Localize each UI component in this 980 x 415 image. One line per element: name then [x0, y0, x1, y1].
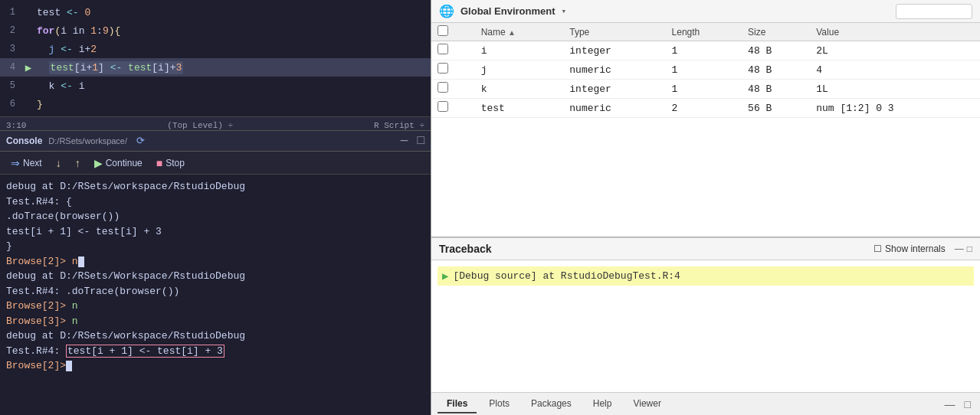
env-cell-4: 48 B: [742, 41, 810, 60]
env-col-header-0: [431, 23, 475, 41]
show-internals-checkbox-icon: ☐: [873, 243, 882, 254]
env-row-i: iinteger148 B2L: [431, 41, 980, 60]
env-cell-1: i: [475, 41, 564, 60]
editor-statusbar: 3:10 (Top Level) ÷ R Script ÷: [0, 116, 431, 130]
env-search-input[interactable]: [896, 4, 972, 19]
line-number: 3: [0, 44, 21, 54]
env-cell-5: 4: [810, 60, 980, 80]
env-cell-4: 56 B: [742, 99, 810, 118]
env-col-header-1[interactable]: Name ▲: [475, 23, 564, 41]
env-cell-2: numeric: [563, 99, 665, 118]
tabs-minimize-btn[interactable]: —: [942, 397, 959, 412]
line-content: for(i in 1:9){: [35, 25, 431, 37]
traceback-minimize-icon[interactable]: —: [955, 243, 964, 254]
line-number: 5: [0, 80, 21, 91]
line-number: 4: [0, 62, 21, 73]
env-cell-1: k: [475, 80, 564, 99]
env-checkbox-cell: [431, 99, 475, 118]
step-into-button[interactable]: ↓: [51, 155, 66, 171]
line-number: 6: [0, 99, 21, 109]
code-editor: 1test <- 02for(i in 1:9){3 j <- i+24▶ te…: [0, 0, 431, 130]
env-cell-1: j: [475, 60, 564, 80]
tab-packages[interactable]: Packages: [522, 395, 581, 413]
tab-plots[interactable]: Plots: [480, 395, 519, 413]
traceback-panel: Traceback ☐ Show internals — □ ▶[Debug s…: [431, 237, 980, 392]
line-content: test[i+1] <- test[i]+3: [35, 62, 431, 74]
left-panel: 1test <- 02for(i in 1:9){3 j <- i+24▶ te…: [0, 0, 431, 415]
next-icon: ⇒: [11, 157, 20, 169]
step-out-button[interactable]: ↑: [70, 155, 85, 171]
console-line: debug at D:/RSets/workspace/RstudioDebug: [6, 328, 424, 344]
env-cell-3: 1: [666, 80, 742, 99]
editor-type: R Script ÷: [374, 121, 424, 130]
env-cell-3: 2: [666, 99, 742, 118]
console-line: Test.R#4: .doTrace(browser()): [6, 284, 424, 299]
env-cell-3: 1: [666, 41, 742, 60]
env-dropdown-icon[interactable]: ▾: [562, 6, 567, 16]
console-panel: Console D:/RSets/workspace/ ⟳ — □ ⇒ Next…: [0, 130, 431, 415]
console-line: Browse[2]>: [6, 358, 424, 374]
tab-files[interactable]: Files: [438, 395, 477, 413]
traceback-item-text: [Debug source] at RstudioDebugTest.R:4: [453, 270, 680, 282]
stop-button[interactable]: ■ Stop: [152, 155, 189, 171]
show-internals-toggle[interactable]: ☐ Show internals — □: [873, 243, 972, 254]
env-row-checkbox[interactable]: [438, 101, 448, 112]
line-content: }: [35, 99, 431, 110]
editor-line-6: 6}: [0, 95, 431, 113]
right-panel: 🌐 Global Environment ▾ Name ▲TypeLengthS…: [431, 0, 980, 415]
console-path: D:/RSets/workspace/: [48, 136, 127, 145]
env-select-all-checkbox[interactable]: [438, 25, 448, 36]
env-checkbox-cell: [431, 80, 475, 99]
env-title: Global Environment: [461, 5, 556, 17]
env-row-k: kinteger148 B1L: [431, 80, 980, 99]
step-out-icon: ↑: [75, 157, 80, 169]
env-row-checkbox[interactable]: [438, 82, 448, 93]
env-cell-3: 1: [666, 60, 742, 80]
traceback-item-arrow: ▶: [442, 270, 448, 283]
bottom-tabs: FilesPlotsPackagesHelpViewer — □: [431, 392, 980, 415]
traceback-header: Traceback ☐ Show internals — □: [431, 237, 980, 260]
editor-line-4: 4▶ test[i+1] <- test[i]+3: [0, 58, 431, 77]
env-cell-4: 48 B: [742, 60, 810, 80]
tab-help[interactable]: Help: [584, 395, 621, 413]
console-output[interactable]: debug at D:/RSets/workspace/RstudioDebug…: [0, 175, 431, 415]
console-line: Test.R#4: {: [6, 194, 424, 210]
tab-viewer[interactable]: Viewer: [624, 395, 670, 413]
console-title: Console: [6, 136, 42, 146]
env-cell-1: test: [475, 99, 564, 118]
tabs-maximize-btn[interactable]: □: [962, 397, 974, 412]
environment-panel: 🌐 Global Environment ▾ Name ▲TypeLengthS…: [431, 0, 980, 237]
traceback-maximize-icon[interactable]: □: [967, 243, 972, 254]
continue-icon: ▶: [94, 157, 103, 169]
sort-arrow-icon: ▲: [508, 28, 516, 37]
console-line: Browse[2]> n: [6, 299, 424, 314]
env-col-header-2[interactable]: Type: [563, 23, 665, 41]
traceback-content: ▶[Debug source] at RstudioDebugTest.R:4: [431, 260, 980, 392]
env-row-checkbox[interactable]: [438, 63, 448, 74]
console-line: }: [6, 239, 424, 254]
traceback-title: Traceback: [439, 243, 492, 255]
globe-icon: 🌐: [439, 4, 454, 19]
continue-button[interactable]: ▶ Continue: [90, 155, 147, 171]
editor-line-1: 1test <- 0: [0, 3, 431, 21]
stop-label: Stop: [166, 158, 185, 168]
env-cell-2: numeric: [563, 60, 665, 80]
env-row-checkbox[interactable]: [438, 44, 448, 54]
env-col-header-3[interactable]: Length: [666, 23, 742, 41]
env-col-header-4[interactable]: Size: [742, 23, 810, 41]
console-minimize[interactable]: —: [401, 134, 408, 148]
console-line: Browse[2]> n: [6, 254, 424, 270]
console-toolbar: ⇒ Next ↓ ↑ ▶ Continue ■ Stop: [0, 152, 431, 175]
line-content: k <- i: [35, 80, 431, 92]
env-checkbox-cell: [431, 60, 475, 80]
env-header: 🌐 Global Environment ▾: [431, 0, 980, 23]
editor-position: 3:10: [6, 121, 26, 130]
bottom-tabs-right: — □: [942, 397, 974, 412]
console-refresh-icon[interactable]: ⟳: [136, 135, 145, 147]
traceback-item[interactable]: ▶[Debug source] at RstudioDebugTest.R:4: [438, 266, 974, 286]
env-col-header-5[interactable]: Value: [810, 23, 980, 41]
env-cell-5: num [1:2] 0 3: [810, 99, 980, 118]
next-button[interactable]: ⇒ Next: [6, 155, 47, 171]
console-maximize[interactable]: □: [417, 134, 424, 148]
env-cell-2: integer: [563, 41, 665, 60]
